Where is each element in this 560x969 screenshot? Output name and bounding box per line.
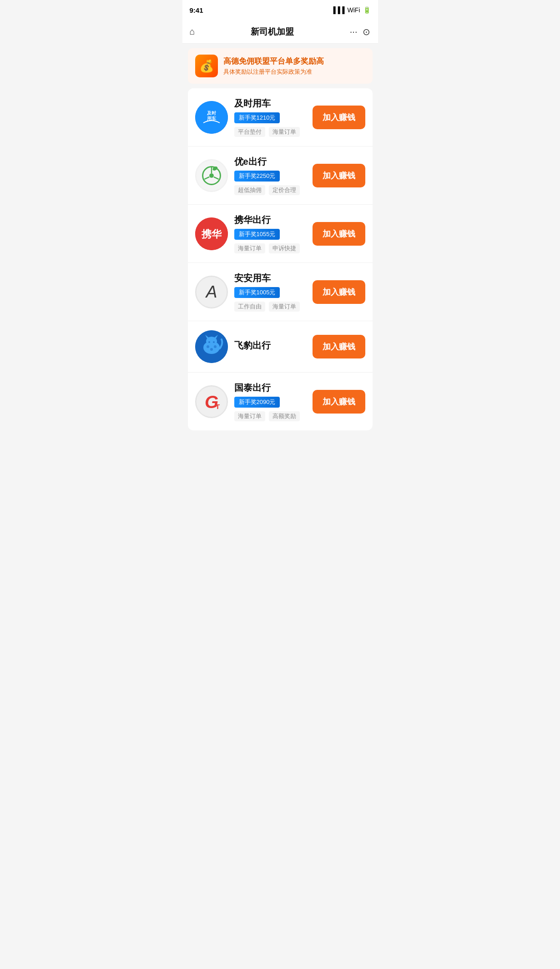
service-info-guotai: 国泰出行 新手奖2090元 海量订单 高额奖励 (234, 382, 306, 421)
service-tags-xiehua: 海量订单 申诉快捷 (234, 243, 306, 253)
nav-right: ··· ⊙ (350, 26, 371, 37)
service-name-jishi: 及时用车 (234, 97, 306, 110)
svg-point-21 (208, 341, 210, 343)
svg-point-24 (214, 345, 217, 348)
join-button-feibao[interactable]: 加入赚钱 (313, 335, 365, 358)
tag-youe-1: 定价合理 (269, 185, 300, 195)
promo-banner[interactable]: 💰 高德免佣联盟平台单多奖励高 具体奖励以注册平台实际政策为准 (188, 48, 373, 84)
service-info-youe: 优e出行 新手奖2250元 超低抽佣 定价合理 (234, 156, 306, 195)
svg-point-25 (210, 348, 213, 351)
service-tags-jishi: 平台垫付 海量订单 (234, 127, 306, 137)
nav-title: 新司机加盟 (251, 26, 294, 38)
back-icon[interactable]: ⌂ (190, 26, 195, 37)
service-tags-guotai: 海量订单 高额奖励 (234, 411, 306, 421)
service-info-xiehua: 携华出行 新手奖1055元 海量订单 申诉快捷 (234, 214, 306, 253)
join-button-guotai[interactable]: 加入赚钱 (313, 390, 365, 414)
service-info-jishi: 及时用车 新手奖1210元 平台垫付 海量订单 (234, 97, 306, 137)
status-bar: 9:41 ▐▐▐ WiFi 🔋 (182, 0, 378, 20)
tag-jishi-1: 海量订单 (269, 127, 300, 137)
svg-text:及时: 及时 (207, 111, 217, 116)
tag-guotai-0: 海量订单 (234, 411, 265, 421)
service-list: 及时 用车 及时用车 新手奖1210元 平台垫付 海量订单 加入赚钱 (188, 88, 373, 430)
service-name-guotai: 国泰出行 (234, 382, 306, 394)
banner-title: 高德免佣联盟平台单多奖励高 (223, 56, 324, 67)
tag-anan-1: 海量订单 (269, 302, 300, 312)
service-tags-youe: 超低抽佣 定价合理 (234, 185, 306, 195)
svg-text:A: A (205, 282, 217, 301)
service-name-feibao: 飞豹出行 (234, 339, 306, 352)
service-name-youe: 优e出行 (234, 156, 306, 168)
service-info-anan: 安安用车 新手奖1005元 工作自由 海量订单 (234, 272, 306, 312)
menu-icon[interactable]: ··· (350, 26, 358, 37)
tag-anan-0: 工作自由 (234, 302, 265, 312)
tag-xiehua-1: 申诉快捷 (269, 243, 300, 253)
service-card-feibao: 飞豹出行 加入赚钱 (188, 321, 373, 373)
svg-point-6 (209, 173, 214, 178)
logo-anan: A (195, 276, 228, 308)
service-badge-guotai: 新手奖2090元 (234, 397, 280, 408)
service-card-jishi: 及时 用车 及时用车 新手奖1210元 平台垫付 海量订单 加入赚钱 (188, 88, 373, 146)
service-card-youe: 优e出行 新手奖2250元 超低抽佣 定价合理 加入赚钱 (188, 146, 373, 205)
banner-text: 高德免佣联盟平台单多奖励高 具体奖励以注册平台实际政策为准 (223, 56, 324, 76)
scan-icon[interactable]: ⊙ (363, 26, 370, 37)
battery-icon: 🔋 (363, 6, 371, 14)
banner-subtitle: 具体奖励以注册平台实际政策为准 (223, 68, 324, 76)
svg-point-22 (213, 341, 215, 343)
svg-text:T: T (215, 402, 220, 410)
tag-jishi-0: 平台垫付 (234, 127, 265, 137)
logo-guotai: G T (195, 385, 228, 418)
nav-bar: ⌂ 新司机加盟 ··· ⊙ (182, 20, 378, 44)
service-badge-youe: 新手奖2250元 (234, 171, 280, 182)
banner-icon: 💰 (195, 55, 218, 77)
join-button-xiehua[interactable]: 加入赚钱 (313, 222, 365, 246)
join-button-youe[interactable]: 加入赚钱 (313, 164, 365, 187)
logo-jishi: 及时 用车 (195, 101, 228, 134)
service-card-anan: A 安安用车 新手奖1005元 工作自由 海量订单 加入赚钱 (188, 263, 373, 321)
join-button-jishi[interactable]: 加入赚钱 (313, 106, 365, 129)
service-info-feibao: 飞豹出行 (234, 339, 306, 354)
wifi-icon: WiFi (348, 6, 360, 14)
logo-feibao (195, 330, 228, 363)
tag-youe-0: 超低抽佣 (234, 185, 265, 195)
logo-xiehua: 携华 (195, 217, 228, 250)
join-button-anan[interactable]: 加入赚钱 (313, 280, 365, 304)
signal-icon: ▐▐▐ (331, 6, 345, 14)
tag-guotai-1: 高额奖励 (269, 411, 300, 421)
service-badge-xiehua: 新手奖1055元 (234, 229, 280, 240)
status-time: 9:41 (190, 6, 203, 14)
tag-xiehua-0: 海量订单 (234, 243, 265, 253)
service-name-anan: 安安用车 (234, 272, 306, 284)
logo-youe (195, 159, 228, 192)
service-card-guotai: G T 国泰出行 新手奖2090元 海量订单 高额奖励 加入赚钱 (188, 373, 373, 430)
service-badge-anan: 新手奖1005元 (234, 287, 280, 298)
nav-left: ⌂ (190, 26, 195, 37)
svg-text:携华: 携华 (201, 228, 222, 240)
service-card-xiehua: 携华 携华出行 新手奖1055元 海量订单 申诉快捷 加入赚钱 (188, 205, 373, 263)
service-name-xiehua: 携华出行 (234, 214, 306, 226)
service-tags-anan: 工作自由 海量订单 (234, 302, 306, 312)
svg-point-23 (207, 345, 209, 348)
service-badge-jishi: 新手奖1210元 (234, 112, 280, 123)
